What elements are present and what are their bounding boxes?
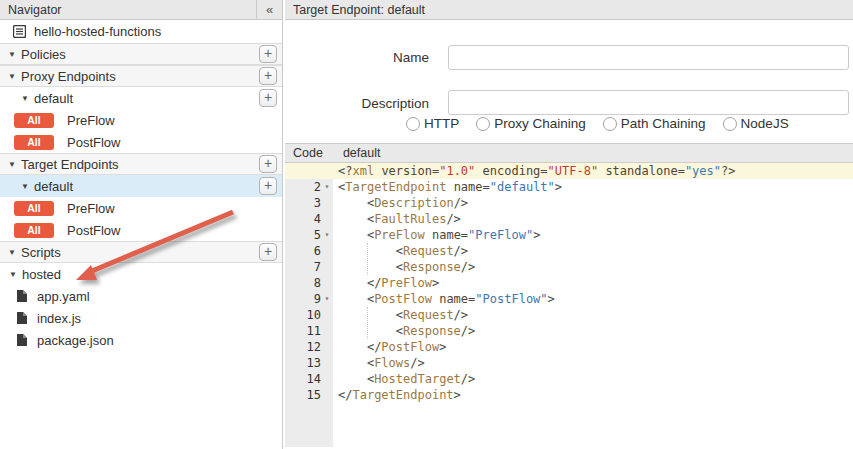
all-badge[interactable]: All [14,135,54,150]
code-line[interactable]: <Request/> [333,243,853,259]
file-row-index-js[interactable]: index.js [0,307,282,329]
gutter-line-number: 5▾ [285,227,333,243]
gutter-line-number: 13 [285,355,333,371]
proxy-preflow-row[interactable]: All PreFlow [0,109,282,131]
code-line[interactable]: <PreFlow name="PreFlow"> [333,227,853,243]
code-line[interactable]: <Description/> [333,195,853,211]
line-number-gutter: 12▾345▾6789▾101112131415 [285,163,333,447]
gutter-line-number: 6 [285,243,333,259]
radio-circle-icon[interactable] [406,117,420,131]
chevron-down-icon[interactable]: ▼ [8,72,21,81]
chevron-down-icon[interactable]: ▼ [21,94,34,103]
code-line[interactable]: </TargetEndpoint> [333,387,853,403]
add-flow-button[interactable]: + [259,89,277,107]
sidebar-section-proxy-endpoints[interactable]: ▼ Proxy Endpoints + [0,65,282,87]
chevron-down-icon[interactable]: ▼ [8,160,21,169]
code-line[interactable]: </PreFlow> [333,275,853,291]
chevron-down-icon[interactable]: ▼ [21,182,34,191]
target-postflow-row[interactable]: All PostFlow [0,219,282,241]
node-label: default [34,179,73,194]
target-endpoint-panel: Target Endpoint: default Name Descriptio… [285,0,853,449]
gutter-line-number: 10 [285,307,333,323]
radio-circle-icon[interactable] [476,117,490,131]
all-badge[interactable]: All [14,223,54,238]
code-line[interactable]: <Flows/> [333,355,853,371]
indent-guide [367,243,368,275]
add-proxy-endpoint-button[interactable]: + [259,67,277,85]
section-label: Scripts [21,245,61,260]
proxy-postflow-row[interactable]: All PostFlow [0,131,282,153]
hosted-folder-row[interactable]: ▼ hosted [0,263,282,285]
code-line[interactable]: <HostedTarget/> [333,371,853,387]
radio-label: Proxy Chaining [494,116,586,131]
code-lines[interactable]: <?xml version="1.0" encoding="UTF-8" sta… [333,163,853,403]
indent-guide [367,307,368,339]
flow-label: PostFlow [67,135,120,150]
collapse-sidebar-icon[interactable]: « [256,0,282,20]
navigator-header: Navigator « [0,0,282,20]
xml-code-editor[interactable]: 12▾345▾6789▾101112131415 <?xml version="… [285,163,853,447]
name-input[interactable] [448,45,849,70]
code-line[interactable]: <?xml version="1.0" encoding="UTF-8" sta… [285,163,853,179]
add-policy-button[interactable]: + [259,45,277,63]
apigee-proxy-editor: Navigator « hello-hosted-functions ▼ Pol… [0,0,853,449]
gutter-line-number: 4 [285,211,333,227]
radio-circle-icon[interactable] [603,117,617,131]
description-input[interactable] [448,90,849,115]
chevron-down-icon[interactable]: ▼ [8,248,21,257]
target-type-radio-group: HTTP Proxy Chaining Path Chaining NodeJS [406,116,789,131]
code-file-name[interactable]: default [343,146,381,160]
panel-title: Target Endpoint: default [293,3,425,17]
proxy-endpoint-default-row[interactable]: ▼ default + [0,87,282,109]
section-label: Policies [21,47,66,62]
fold-arrow-icon[interactable]: ▾ [321,291,333,307]
add-flow-button[interactable]: + [259,177,277,195]
radio-nodejs[interactable]: NodeJS [723,116,789,131]
gutter-line-number: 7 [285,259,333,275]
node-label: default [34,91,73,106]
code-tab-label: Code [293,146,323,160]
sidebar-section-scripts[interactable]: ▼ Scripts + [0,241,282,263]
file-row-package-json[interactable]: package.json [0,329,282,351]
chevron-down-icon[interactable]: ▼ [8,50,21,59]
file-label: app.yaml [37,289,90,304]
radio-http[interactable]: HTTP [406,116,459,131]
bundle-row[interactable]: hello-hosted-functions [0,20,282,43]
sidebar-section-policies[interactable]: ▼ Policies + [0,43,282,65]
target-endpoint-default-row[interactable]: ▼ default + [0,175,282,197]
radio-label: Path Chaining [621,116,706,131]
gutter-line-number: 2▾ [285,179,333,195]
add-script-button[interactable]: + [259,243,277,261]
gutter-line-number: 3 [285,195,333,211]
gutter-line-number: 8 [285,275,333,291]
file-row-app-yaml[interactable]: app.yaml [0,285,282,307]
all-badge[interactable]: All [14,201,54,216]
fold-arrow-icon[interactable]: ▾ [321,179,333,195]
radio-label: NodeJS [741,116,789,131]
file-icon [17,290,27,302]
radio-circle-icon[interactable] [723,117,737,131]
radio-label: HTTP [424,116,459,131]
chevron-down-icon[interactable]: ▼ [9,270,22,279]
file-label: index.js [37,311,81,326]
sidebar-section-target-endpoints[interactable]: ▼ Target Endpoints + [0,153,282,175]
code-line[interactable]: </PostFlow> [333,339,853,355]
fold-arrow-icon[interactable]: ▾ [321,227,333,243]
radio-proxy-chaining[interactable]: Proxy Chaining [476,116,586,131]
code-line[interactable]: <Request/> [333,307,853,323]
panel-header: Target Endpoint: default [285,0,853,20]
code-line[interactable]: <PostFlow name="PostFlow"> [333,291,853,307]
target-preflow-row[interactable]: All PreFlow [0,197,282,219]
code-line[interactable]: <Response/> [333,323,853,339]
all-badge[interactable]: All [14,113,54,128]
endpoint-form: Name Description HTTP Proxy Chaining Pat… [285,20,853,143]
code-line[interactable]: <FaultRules/> [333,211,853,227]
code-line[interactable]: <Response/> [333,259,853,275]
flow-label: PreFlow [67,201,115,216]
gutter-line-number: 14 [285,371,333,387]
add-target-endpoint-button[interactable]: + [259,155,277,173]
code-line[interactable]: <TargetEndpoint name="default"> [333,179,853,195]
flow-label: PreFlow [67,113,115,128]
section-label: Proxy Endpoints [21,69,116,84]
radio-path-chaining[interactable]: Path Chaining [603,116,706,131]
